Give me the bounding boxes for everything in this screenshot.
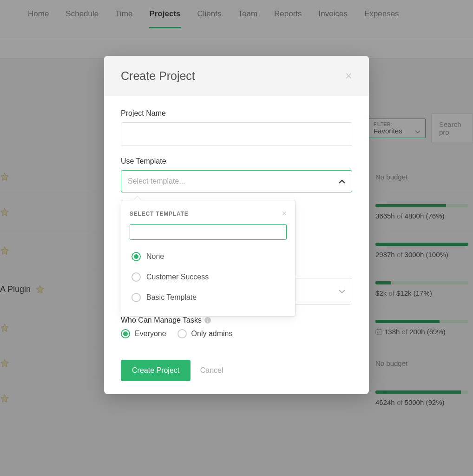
radio-only-admins[interactable]: Only admins (177, 329, 233, 338)
template-option[interactable]: Basic Template (130, 287, 287, 308)
chevron-down-icon (339, 287, 345, 296)
template-search-input[interactable] (130, 224, 287, 240)
close-icon[interactable]: × (345, 69, 352, 83)
modal-header: Create Project × (104, 56, 369, 96)
info-icon[interactable]: i (204, 317, 211, 324)
manage-tasks-radio-group: Everyone Only admins (121, 329, 352, 338)
radio-everyone[interactable]: Everyone (121, 329, 166, 338)
template-select[interactable]: Select template... (121, 170, 352, 192)
project-name-label: Project Name (121, 109, 352, 118)
cancel-button[interactable]: Cancel (200, 366, 223, 375)
dropdown-search-wrap (130, 224, 287, 246)
manage-tasks-label-text: Who Can Manage Tasks (121, 316, 202, 324)
template-option[interactable]: Customer Success (130, 267, 287, 287)
dropdown-title: SELECT TEMPLATE (130, 211, 188, 217)
radio-icon (131, 252, 141, 261)
create-project-button[interactable]: Create Project (121, 360, 191, 381)
chevron-up-icon (339, 177, 345, 185)
template-placeholder: Select template... (128, 177, 185, 185)
option-label: Customer Success (146, 273, 209, 281)
radio-icon (177, 329, 187, 338)
template-dropdown: SELECT TEMPLATE × NoneCustomer SuccessBa… (121, 200, 296, 317)
project-name-input[interactable] (121, 122, 352, 146)
radio-only-admins-label: Only admins (191, 330, 233, 338)
radio-everyone-label: Everyone (135, 330, 166, 338)
option-label: Basic Template (146, 293, 197, 302)
template-option[interactable]: None (130, 246, 287, 267)
modal-title: Create Project (121, 69, 195, 83)
modal-overlay: Create Project × Project Name Use Templa… (0, 0, 473, 476)
radio-icon (121, 329, 130, 338)
create-project-modal: Create Project × Project Name Use Templa… (104, 56, 369, 394)
radio-icon (131, 272, 141, 282)
radio-icon (131, 293, 141, 302)
option-label: None (146, 252, 164, 261)
dropdown-header: SELECT TEMPLATE × (130, 209, 287, 218)
close-icon[interactable]: × (282, 209, 287, 218)
modal-footer: Create Project Cancel (104, 350, 369, 394)
manage-tasks-label: Who Can Manage Tasks i (121, 316, 352, 324)
use-template-label: Use Template (121, 157, 352, 165)
